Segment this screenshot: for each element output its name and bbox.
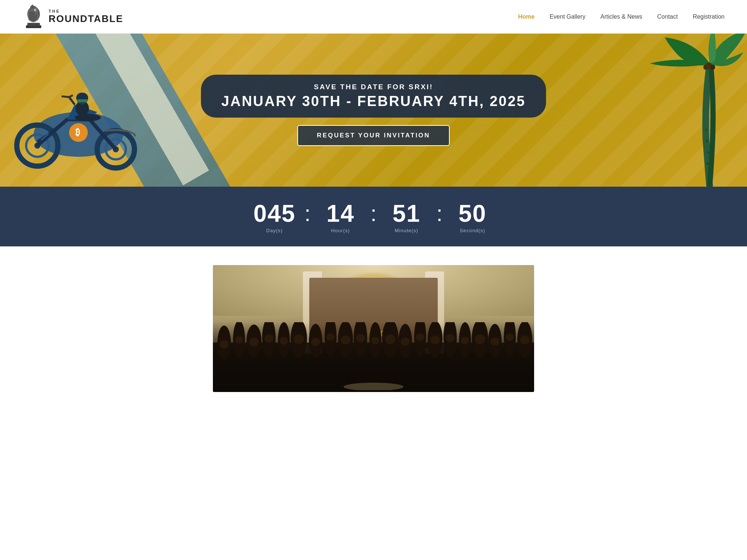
event-group-photo: SRX (213, 265, 534, 392)
days-label: Day(s) (266, 228, 283, 233)
svg-point-69 (490, 337, 499, 346)
countdown-timer: 045 Day(s) : 14 Hour(s) : 51 Minute(s) :… (248, 202, 499, 233)
crowd-layer (213, 322, 534, 392)
countdown-section: 045 Day(s) : 14 Hour(s) : 51 Minute(s) :… (0, 187, 747, 246)
navbar: THE ROUNDTABLE Home Event Gallery Articl… (0, 0, 747, 34)
separator-1: : (304, 202, 311, 231)
save-the-date-text: SAVE THE DATE FOR SRXI! (221, 83, 526, 91)
svg-point-61 (371, 337, 379, 344)
countdown-seconds: 50 Second(s) (446, 202, 499, 233)
svg-point-53 (249, 337, 259, 346)
separator-3: : (436, 202, 443, 231)
svg-point-57 (311, 338, 320, 346)
svg-point-66 (446, 334, 455, 342)
days-value: 045 (254, 202, 296, 225)
minutes-value: 51 (393, 202, 421, 225)
svg-line-17 (69, 95, 73, 97)
nav-link-home[interactable]: Home (518, 13, 534, 20)
nav-item-home[interactable]: Home (518, 13, 534, 20)
nav-item-registration[interactable]: Registration (693, 13, 725, 20)
svg-point-54 (264, 335, 273, 343)
crowd-svg (213, 322, 534, 390)
nav-link-contact[interactable]: Contact (657, 13, 678, 20)
svg-rect-1 (27, 23, 40, 26)
svg-line-15 (69, 97, 75, 105)
hours-value: 14 (326, 202, 354, 225)
minutes-label: Minute(s) (395, 228, 418, 233)
svg-point-71 (520, 335, 530, 344)
nav-item-contact[interactable]: Contact (657, 13, 678, 20)
svg-point-59 (341, 335, 350, 344)
nav-links: Home Event Gallery Articles & News Conta… (518, 13, 725, 20)
event-photo-inner: SRX (213, 265, 534, 392)
svg-point-28 (703, 65, 709, 70)
motorbike-illustration: ₿ (7, 67, 149, 179)
hours-label: Hour(s) (331, 228, 350, 233)
svg-point-5 (35, 9, 36, 10)
hero-content: SAVE THE DATE FOR SRXI! JANUARY 30TH - F… (201, 75, 546, 146)
logo-text: THE ROUNDTABLE (49, 9, 123, 24)
countdown-minutes: 51 Minute(s) (380, 202, 433, 233)
svg-point-56 (294, 335, 304, 344)
svg-point-63 (401, 337, 410, 346)
logo-icon (22, 4, 45, 30)
lobby-architecture: SRX (213, 265, 534, 392)
svg-point-65 (430, 335, 440, 344)
svg-point-55 (280, 337, 288, 345)
svg-rect-25 (77, 99, 87, 102)
nav-item-articles-news[interactable]: Articles & News (600, 13, 642, 20)
nav-link-articles-news[interactable]: Articles & News (600, 13, 642, 20)
countdown-hours: 14 Hour(s) (314, 202, 367, 233)
nav-link-event-gallery[interactable]: Event Gallery (549, 13, 585, 20)
svg-point-68 (475, 335, 485, 344)
separator-2: : (371, 202, 377, 231)
svg-point-67 (461, 337, 469, 344)
svg-point-70 (506, 333, 514, 341)
logo[interactable]: THE ROUNDTABLE (22, 4, 123, 30)
svg-line-16 (62, 96, 69, 97)
svg-point-64 (416, 333, 424, 341)
svg-text:₿: ₿ (75, 127, 80, 137)
svg-point-60 (356, 334, 365, 342)
seconds-label: Second(s) (460, 228, 485, 233)
svg-point-58 (326, 333, 335, 341)
svg-point-20 (75, 114, 101, 121)
palm-tree-illustration (642, 34, 747, 187)
event-dates-text: JANUARY 30TH - FEBRUARY 4TH, 2025 (221, 93, 526, 109)
countdown-days: 045 Day(s) (248, 202, 301, 233)
svg-point-62 (385, 335, 396, 344)
hero-banner: ₿ (0, 34, 747, 187)
svg-point-6 (28, 11, 35, 15)
hero-date-box: SAVE THE DATE FOR SRXI! JANUARY 30TH - F… (201, 75, 546, 118)
nav-item-event-gallery[interactable]: Event Gallery (549, 13, 585, 20)
svg-point-51 (220, 340, 229, 348)
svg-point-52 (235, 336, 243, 343)
photo-section: SRX (0, 246, 747, 403)
nav-link-registration[interactable]: Registration (693, 13, 725, 20)
svg-point-27 (710, 65, 715, 70)
seconds-value: 50 (458, 202, 486, 225)
logo-roundtable: ROUNDTABLE (49, 13, 123, 24)
request-invitation-button[interactable]: REQUEST YOUR INVITATION (297, 125, 449, 146)
